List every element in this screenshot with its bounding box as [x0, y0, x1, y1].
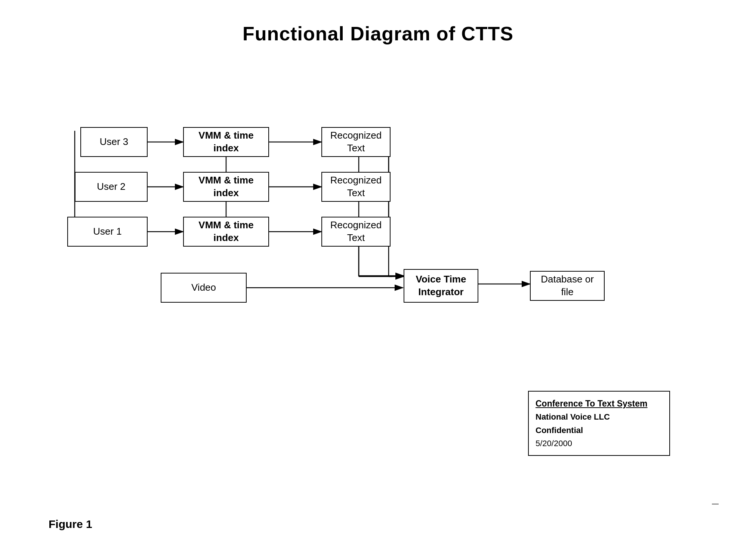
- db-box: Database or file: [530, 271, 605, 301]
- user3-box: User 3: [80, 127, 148, 157]
- info-box: Conference To Text System National Voice…: [528, 391, 670, 456]
- info-line2: National Voice LLC: [536, 410, 663, 423]
- user2-box: User 2: [75, 172, 148, 202]
- rec3-box: Recognized Text: [321, 127, 391, 157]
- figure-label: Figure 1: [49, 518, 92, 531]
- vmm3-box: VMM & time index: [183, 127, 269, 157]
- info-side-decoration: [712, 504, 719, 504]
- info-line4: 5/20/2000: [536, 437, 663, 450]
- info-line3: Confidential: [536, 424, 663, 437]
- rec1-box: Recognized Text: [321, 217, 391, 247]
- user1-box: User 1: [67, 217, 148, 247]
- vmm2-box: VMM & time index: [183, 172, 269, 202]
- video-box: Video: [161, 273, 247, 303]
- page-title: Functional Diagram of CTTS: [0, 0, 756, 45]
- vmm1-box: VMM & time index: [183, 217, 269, 247]
- info-box-wrapper: Conference To Text System National Voice…: [712, 504, 719, 504]
- vti-box: Voice Time Integrator: [404, 269, 478, 303]
- info-title: Conference To Text System: [536, 397, 663, 411]
- rec2-box: Recognized Text: [321, 172, 391, 202]
